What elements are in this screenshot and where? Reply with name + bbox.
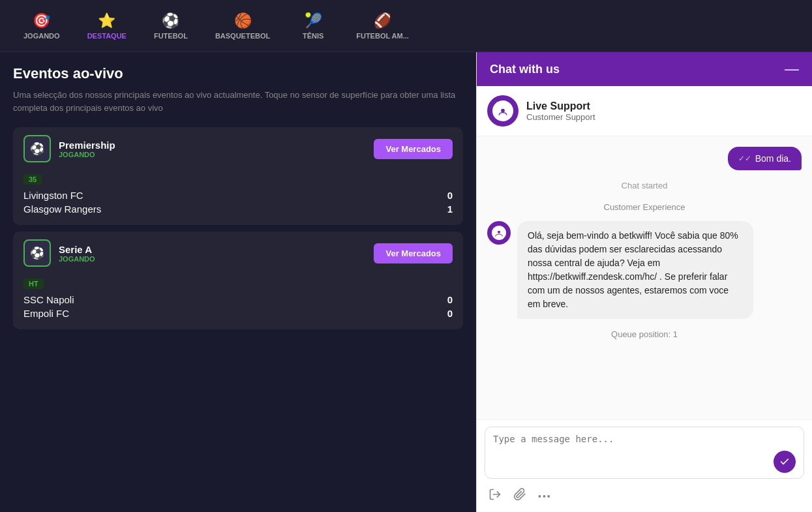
league-icon-1: ⚽ [23,239,51,267]
chat-minimize-button[interactable]: — [785,62,799,76]
ver-mercados-button-1[interactable]: Ver Mercados [374,243,453,264]
futebol-icon: ⚽ [162,12,179,29]
nav-item-destaque[interactable]: ⭐ DESTAQUE [77,7,137,45]
chat-send-button[interactable] [774,451,796,473]
msg-sent-0: ✓✓ Bom dia. [487,147,802,170]
match-row-0: 35 Livingston FC 0 Glasgow Rangers 1 [13,170,463,225]
basquetebol-icon: 🏀 [234,12,252,29]
main-area: Eventos ao-vivo Uma selecção dos nossos … [0,52,812,512]
score1-0-0: 0 [447,190,453,201]
msg-received-3: Olá, seja bem-vindo a betkwiff! Você sab… [487,221,802,319]
league-card-1: ⚽ Serie A JOGANDO Ver Mercados HT SSC Na… [13,232,463,329]
chat-input[interactable] [493,434,768,473]
nav-item-futebol[interactable]: ⚽ FUTEBOL [143,7,198,45]
events-description: Uma selecção dos nossos principais event… [13,89,463,114]
score1-1-0: 0 [447,294,453,305]
match-0-0-row1: Livingston FC 0 [23,190,453,201]
msg-check-0: ✓✓ [738,154,751,163]
time-badge-1: HT [23,279,44,289]
nav-item-basquetebol[interactable]: 🏀 BASQUETEBOL [205,7,280,45]
jogando-icon: 🎯 [33,12,50,29]
chat-panel: Chat with us — Live Support Customer Sup… [476,52,812,512]
chat-attach-button[interactable] [512,487,528,505]
chat-input-area: ••• [477,419,812,512]
chat-logout-button[interactable] [487,487,503,505]
futebol-am-icon: 🏈 [374,12,391,29]
jogando-label: JOGANDO [23,32,60,40]
msg-text-0: Bom dia. [755,153,791,164]
futebol-label: FUTEBOL [154,32,188,40]
agent-details: Live Support Customer Support [526,100,595,122]
agent-avatar [487,95,519,127]
team2-0-0: Glasgow Rangers [23,203,101,215]
destaque-icon: ⭐ [98,12,115,29]
left-content: Eventos ao-vivo Uma selecção dos nossos … [0,52,476,512]
league-header-1: ⚽ Serie A JOGANDO Ver Mercados [13,232,463,275]
chat-toolbar: ••• [485,484,804,505]
nav-item-tenis[interactable]: 🎾 TÊNIS [287,7,339,45]
system-msg-1: Chat started [487,178,802,193]
chat-header-title: Chat with us [490,63,560,76]
chat-more-button[interactable]: ••• [537,490,553,503]
league-badge-0: JOGANDO [59,151,366,158]
system2-msg-2: Customer Experience [487,201,802,213]
basquetebol-label: BASQUETEBOL [215,32,270,40]
msg-avatar-3 [487,221,511,245]
chat-input-wrapper [485,427,804,479]
chat-header: Chat with us — [477,52,812,86]
match-1-0-row1: SSC Napoli 0 [23,294,453,305]
league-name-0: Premiership [59,140,366,151]
team1-1-0: SSC Napoli [23,294,74,305]
tenis-icon: 🎾 [305,12,322,29]
chat-messages: ✓✓ Bom dia. Chat startedCustomer Experie… [477,136,812,419]
score2-1-0: 0 [447,308,453,319]
league-header-0: ⚽ Premiership JOGANDO Ver Mercados [13,127,463,170]
queue-msg-4: Queue position: 1 [487,327,802,342]
match-1-0-row2: Empoli FC 0 [23,308,453,319]
agent-role: Customer Support [526,112,595,122]
ver-mercados-button-0[interactable]: Ver Mercados [374,139,453,159]
league-icon-0: ⚽ [23,135,51,162]
match-0-0-row2: Glasgow Rangers 1 [23,203,453,215]
match-row-1: HT SSC Napoli 0 Empoli FC 0 [13,275,463,329]
time-badge-0: 35 [23,174,42,185]
agent-info: Live Support Customer Support [477,86,812,136]
team1-0-0: Livingston FC [23,190,83,201]
top-navigation: 🎯 JOGANDO ⭐ DESTAQUE ⚽ FUTEBOL 🏀 BASQUET… [0,0,812,52]
msg-avatar-icon-3 [492,226,506,240]
tenis-label: TÊNIS [303,32,323,40]
league-badge-1: JOGANDO [59,255,366,263]
futebol-am-label: FUTEBOL AM... [356,32,409,40]
league-card-0: ⚽ Premiership JOGANDO Ver Mercados 35 Li… [13,127,463,225]
team2-1-0: Empoli FC [23,308,69,319]
agent-avatar-icon [492,100,513,121]
agent-name: Live Support [526,100,595,112]
score2-0-0: 1 [447,203,453,215]
destaque-label: DESTAQUE [87,32,127,40]
msg-bubble-received-3: Olá, seja bem-vindo a betkwiff! Você sab… [517,221,753,319]
nav-item-jogando[interactable]: 🎯 JOGANDO [13,7,70,45]
events-header: Eventos ao-vivo Uma selecção dos nossos … [13,65,463,114]
events-title: Eventos ao-vivo [13,65,463,82]
msg-bubble-sent-0: ✓✓ Bom dia. [728,147,802,170]
nav-item-futebol-am[interactable]: 🏈 FUTEBOL AM... [346,7,419,45]
league-name-1: Serie A [59,244,366,255]
